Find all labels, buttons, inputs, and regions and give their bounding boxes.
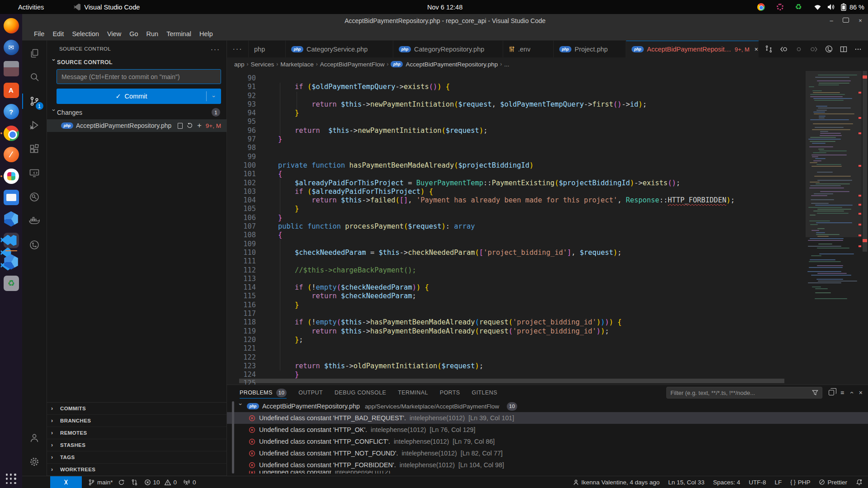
problem-row[interactable]: Undefined class constant 'HTTP_FORBIDDEN…: [227, 459, 868, 471]
dock-files-icon[interactable]: [4, 61, 19, 76]
close-tab-icon[interactable]: ×: [755, 46, 758, 53]
code-line-100[interactable]: 100private function hasPaymentBeenMadeAl…: [227, 161, 806, 170]
code-line-95[interactable]: 95: [227, 117, 806, 126]
menu-help[interactable]: Help: [195, 30, 217, 38]
scm-section-worktrees[interactable]: ›WORKTREES: [47, 464, 226, 476]
code-line-108[interactable]: 108{: [227, 231, 806, 239]
scm-section-branches[interactable]: ›BRANCHES: [47, 415, 226, 427]
commit-button[interactable]: ✓ Commit ›: [57, 89, 221, 104]
code-line-98[interactable]: 98: [227, 144, 806, 152]
menu-run[interactable]: Run: [142, 30, 163, 38]
vertical-scrollbar[interactable]: [862, 71, 868, 385]
code-line-124[interactable]: 124 }: [227, 371, 806, 379]
account-icon[interactable]: [22, 427, 47, 449]
tray-chrome-icon[interactable]: [757, 3, 765, 11]
explorer-icon[interactable]: [22, 42, 47, 65]
scm-section-tags[interactable]: ›TAGS: [47, 451, 226, 464]
branch-indicator[interactable]: main*: [88, 479, 125, 486]
problem-row[interactable]: Undefined class constant 'HTTP_NOT_FOUND…: [227, 447, 868, 459]
settings-icon[interactable]: [22, 450, 47, 473]
tab--env[interactable]: .env: [503, 41, 554, 57]
code-line-94[interactable]: 94 }: [227, 109, 806, 117]
clock[interactable]: Nov 6 12:48: [427, 0, 462, 14]
close-button[interactable]: ×: [857, 17, 863, 24]
next-change-icon[interactable]: [810, 46, 818, 53]
panel-tab-problems[interactable]: PROBLEMS10: [240, 385, 287, 400]
dock-postman-icon[interactable]: ∕: [4, 147, 19, 162]
code-line-115[interactable]: 115 return $checkNeededParam;: [227, 292, 806, 300]
code-line-114[interactable]: 114 if (!empty($checkNeededParam)) {: [227, 283, 806, 292]
volume-icon[interactable]: [827, 4, 835, 10]
panel-tab-ports[interactable]: PORTS: [440, 385, 460, 400]
encoding-indicator[interactable]: UTF-8: [749, 479, 766, 486]
problem-row[interactable]: Undefined class constant 'HTTP_OK'.intel…: [227, 424, 868, 436]
code-line-93[interactable]: 93 return $this->newPaymentInitiation($r…: [227, 100, 806, 109]
split-editor-icon[interactable]: [840, 46, 847, 53]
minimize-button[interactable]: –: [828, 17, 835, 24]
code-line-104[interactable]: 104 return $this->failed([], 'Payment ha…: [227, 196, 806, 205]
dock-system-monitor-icon[interactable]: [4, 190, 19, 205]
git-blame-indicator[interactable]: Ikenna Valentine, 4 days ago: [573, 479, 660, 486]
code-line-91[interactable]: 91 if ($oldPaymentTempQuery->exists()) {: [227, 83, 806, 91]
notifications-bell-icon[interactable]: [856, 479, 863, 486]
discard-changes-icon[interactable]: [187, 122, 193, 129]
tab-project-php[interactable]: phpProject.php: [554, 41, 626, 57]
indentation-indicator[interactable]: Spaces: 4: [713, 479, 740, 486]
panel-tab-terminal[interactable]: TERMINAL: [398, 385, 428, 400]
gitlens-graph-icon[interactable]: [825, 45, 833, 53]
current-change-icon[interactable]: [795, 46, 802, 53]
code-line-120[interactable]: 120 };: [227, 336, 806, 344]
menu-terminal[interactable]: Terminal: [162, 30, 195, 38]
panel-scrollbar[interactable]: [232, 401, 234, 474]
code-line-117[interactable]: 117: [227, 310, 806, 318]
docker-icon[interactable]: [22, 210, 47, 232]
wifi-icon[interactable]: [814, 4, 821, 10]
scm-section-header[interactable]: › SOURCE CONTROL: [47, 57, 226, 69]
collapse-all-icon[interactable]: [829, 390, 834, 395]
breadcrumb-tail[interactable]: ...: [504, 61, 509, 68]
horizontal-scrollbar[interactable]: [239, 379, 796, 383]
git-graph-icon[interactable]: [22, 234, 47, 256]
more-actions-icon[interactable]: [854, 46, 862, 53]
formatter-indicator[interactable]: Prettier: [819, 479, 847, 486]
tray-indicator-icon[interactable]: [777, 4, 783, 10]
breadcrumb-item[interactable]: Marketplace: [280, 61, 314, 68]
code-line-116[interactable]: 116 }: [227, 301, 806, 310]
tab-acceptbidpaymentrepository-php[interactable]: phpAcceptBidPaymentRepository.php9+, M×: [626, 41, 764, 57]
code-line-97[interactable]: 97}: [227, 135, 806, 144]
menu-edit[interactable]: Edit: [48, 30, 68, 38]
code-line-113[interactable]: 113: [227, 275, 806, 283]
code-line-118[interactable]: 118 if (!empty($this->hasPaymentBeenMade…: [227, 318, 806, 327]
problems-indicator[interactable]: 10 0: [144, 479, 177, 486]
problems-filter-input[interactable]: Filter (e.g. text, **/*.ts, !**/node...: [666, 387, 822, 399]
code-line-99[interactable]: 99: [227, 153, 806, 161]
code-line-123[interactable]: 123 return $this->oldPaymentInitiation($…: [227, 362, 806, 371]
code-line-105[interactable]: 105 }: [227, 205, 806, 213]
dock-help-icon[interactable]: ?: [4, 104, 19, 119]
problem-row[interactable]: Undefined class constant 'HTTP_CONFLICT'…: [227, 436, 868, 447]
panel-tab-debug-console[interactable]: DEBUG CONSOLE: [335, 385, 386, 400]
changed-file-row[interactable]: php AcceptBidPaymentRepository.php + 9+,…: [47, 119, 226, 132]
tab-php[interactable]: php: [249, 41, 286, 57]
dock-vscode-icon[interactable]: [4, 233, 19, 248]
dock-slack-icon[interactable]: [4, 169, 19, 184]
view-mode-icon[interactable]: ≡: [840, 389, 844, 396]
previous-change-icon[interactable]: [780, 46, 788, 53]
open-changes-icon[interactable]: [765, 45, 773, 53]
scm-section-stashes[interactable]: ›STASHES: [47, 439, 226, 451]
remote-indicator[interactable]: [50, 476, 82, 488]
code-line-92[interactable]: 92: [227, 92, 806, 100]
commit-message-input[interactable]: Message (Ctrl+Enter to commit on "main"): [57, 69, 221, 84]
dock-trash-icon[interactable]: ♻: [4, 276, 19, 291]
code-line-103[interactable]: 103 if ($alreadyPaidForThisProject) {: [227, 188, 806, 196]
menu-selection[interactable]: Selection: [68, 30, 103, 38]
menu-file[interactable]: File: [30, 30, 48, 38]
code-line-110[interactable]: 110 $checkNeededParam = $this->checkNeed…: [227, 249, 806, 257]
show-applications-button[interactable]: [6, 474, 17, 484]
scm-section-remotes[interactable]: ›REMOTES: [47, 427, 226, 439]
dock-thunderbird-icon[interactable]: ✉: [4, 40, 19, 55]
code-line-121[interactable]: 121: [227, 344, 806, 353]
battery-icon[interactable]: [841, 3, 846, 11]
stage-changes-icon[interactable]: +: [197, 121, 202, 130]
menu-view[interactable]: View: [103, 30, 125, 38]
